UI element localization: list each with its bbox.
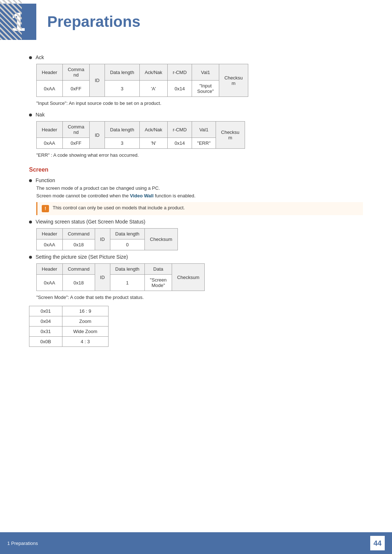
view-header-header: Header bbox=[37, 229, 63, 239]
ack-header-header: Header bbox=[37, 64, 63, 81]
bullet-dot-viewing bbox=[29, 221, 32, 223]
nak-label: Nak bbox=[36, 112, 45, 118]
page-content: Ack Header Command ID Data length Ack/Na… bbox=[0, 54, 392, 382]
viewing-label: Viewing screen status (Get Screen Mode S… bbox=[36, 219, 145, 225]
code-row-4: 0x0B 4 : 3 bbox=[29, 337, 109, 347]
set-row-command: 0x18 bbox=[62, 275, 95, 291]
ack-header-val1: Val1 bbox=[192, 64, 219, 81]
ack-bullet: Ack bbox=[29, 54, 363, 60]
warning-box: ! This control can only be used on model… bbox=[36, 202, 363, 215]
ack-row-rcmd: 0x14 bbox=[168, 81, 192, 97]
code-desc-43: 4 : 3 bbox=[62, 337, 108, 347]
view-header-checksum: Checksum bbox=[145, 229, 177, 250]
nak-header-checksum: Checksum bbox=[216, 122, 245, 149]
code-row-2: 0x04 Zoom bbox=[29, 316, 109, 327]
nak-header-id: ID bbox=[90, 122, 105, 149]
page-footer: 1 Preparations 44 bbox=[0, 532, 392, 554]
nak-note: "ERR" : A code showing what error has oc… bbox=[36, 152, 363, 158]
setting-bullet: Setting the picture size (Set Picture Si… bbox=[29, 254, 363, 260]
code-desc-zoom: Zoom bbox=[62, 316, 108, 327]
screen-section-heading: Screen bbox=[29, 167, 363, 173]
set-header-checksum: Checksum bbox=[172, 264, 204, 291]
nak-row-acknak: 'N' bbox=[139, 138, 167, 149]
code-desc-widezoom: Wide Zoom bbox=[62, 327, 108, 337]
code-desc-169: 16 : 9 bbox=[62, 306, 108, 316]
view-header-command: Command bbox=[62, 229, 95, 239]
screen-mode-note: "Screen Mode": A code that sets the prod… bbox=[36, 295, 363, 300]
function-label: Function bbox=[36, 177, 55, 183]
view-row-datalength: 0 bbox=[110, 239, 145, 250]
set-header-id: ID bbox=[95, 264, 110, 291]
ack-row-acknak: 'A' bbox=[139, 81, 167, 97]
function-bullet: Function bbox=[29, 177, 363, 183]
stripe-decoration bbox=[0, 0, 22, 40]
ack-header-datalength: Data length bbox=[105, 64, 140, 81]
code-row-3: 0x31 Wide Zoom bbox=[29, 327, 109, 337]
ack-row-command: 0xFF bbox=[62, 81, 90, 97]
function-desc2: Screen mode cannot be controlled when th… bbox=[36, 193, 363, 198]
ack-header-checksum: Checksum bbox=[219, 64, 248, 97]
view-table: Header Command ID Data length Checksum 0… bbox=[36, 228, 178, 250]
ack-row-datalength: 3 bbox=[105, 81, 140, 97]
set-table: Header Command ID Data length Data Check… bbox=[36, 263, 205, 291]
footer-page-number: 44 bbox=[370, 536, 385, 550]
bullet-dot-setting bbox=[29, 256, 32, 259]
ack-label: Ack bbox=[36, 54, 44, 60]
view-header-datalength: Data length bbox=[110, 229, 145, 239]
nak-header-rcmd: r-CMD bbox=[168, 122, 192, 138]
set-row-data: "ScreenMode" bbox=[145, 275, 172, 291]
nak-table: Header Command ID Data length Ack/Nak r-… bbox=[36, 121, 245, 149]
nak-header-val1: Val1 bbox=[192, 122, 216, 138]
function-desc2-pre: Screen mode cannot be controlled when th… bbox=[36, 193, 130, 198]
nak-header-acknak: Ack/Nak bbox=[139, 122, 167, 138]
bullet-dot bbox=[29, 56, 32, 59]
ack-header-acknak: Ack/Nak bbox=[139, 64, 167, 81]
set-row-header: 0xAA bbox=[37, 275, 63, 291]
set-row-datalength: 1 bbox=[110, 275, 145, 291]
set-header-datalength: Data length bbox=[110, 264, 145, 275]
nak-bullet: Nak bbox=[29, 112, 363, 118]
nak-row-rcmd: 0x14 bbox=[168, 138, 192, 149]
nak-header-datalength: Data length bbox=[105, 122, 140, 138]
function-desc2-post: function is enabled. bbox=[154, 193, 196, 198]
warning-icon: ! bbox=[42, 205, 49, 212]
nak-row-command: 0xFF bbox=[62, 138, 90, 149]
video-wall-link: Video Wall bbox=[130, 193, 154, 198]
code-row-1: 0x01 16 : 9 bbox=[29, 306, 109, 316]
code-val-0x0b: 0x0B bbox=[29, 337, 62, 347]
chapter-title: Preparations bbox=[36, 4, 151, 40]
function-desc1: The screen mode of a product can be chan… bbox=[36, 185, 363, 191]
ack-row-val1: "InputSource" bbox=[192, 81, 219, 97]
ack-header-id: ID bbox=[90, 64, 105, 97]
set-header-command: Command bbox=[62, 264, 95, 275]
view-header-id: ID bbox=[95, 229, 110, 250]
nak-header-header: Header bbox=[37, 122, 63, 138]
setting-label: Setting the picture size (Set Picture Si… bbox=[36, 254, 128, 260]
bullet-dot-nak bbox=[29, 114, 32, 116]
code-val-0x01: 0x01 bbox=[29, 306, 62, 316]
bullet-dot-function bbox=[29, 179, 32, 182]
ack-note: "Input Source": An input source code to … bbox=[36, 100, 363, 106]
warning-text: This control can only be used on models … bbox=[53, 205, 185, 210]
page-header: 1 Preparations bbox=[0, 0, 392, 40]
ack-header-rcmd: r-CMD bbox=[168, 64, 192, 81]
nak-row-datalength: 3 bbox=[105, 138, 140, 149]
nak-row-header: 0xAA bbox=[37, 138, 63, 149]
ack-row-header: 0xAA bbox=[37, 81, 63, 97]
set-header-data: Data bbox=[145, 264, 172, 275]
set-header-header: Header bbox=[37, 264, 63, 275]
view-row-header: 0xAA bbox=[37, 239, 63, 250]
footer-text: 1 Preparations bbox=[7, 541, 367, 546]
nak-row-val1: "ERR" bbox=[192, 138, 216, 149]
viewing-bullet: Viewing screen status (Get Screen Mode S… bbox=[29, 219, 363, 225]
view-row-command: 0x18 bbox=[62, 239, 95, 250]
nak-header-command: Command bbox=[62, 122, 90, 138]
ack-table: Header Command ID Data length Ack/Nak r-… bbox=[36, 64, 248, 97]
ack-header-command: Command bbox=[62, 64, 90, 81]
screen-mode-code-table: 0x01 16 : 9 0x04 Zoom 0x31 Wide Zoom 0x0… bbox=[29, 306, 109, 347]
code-val-0x31: 0x31 bbox=[29, 327, 62, 337]
code-val-0x04: 0x04 bbox=[29, 316, 62, 327]
